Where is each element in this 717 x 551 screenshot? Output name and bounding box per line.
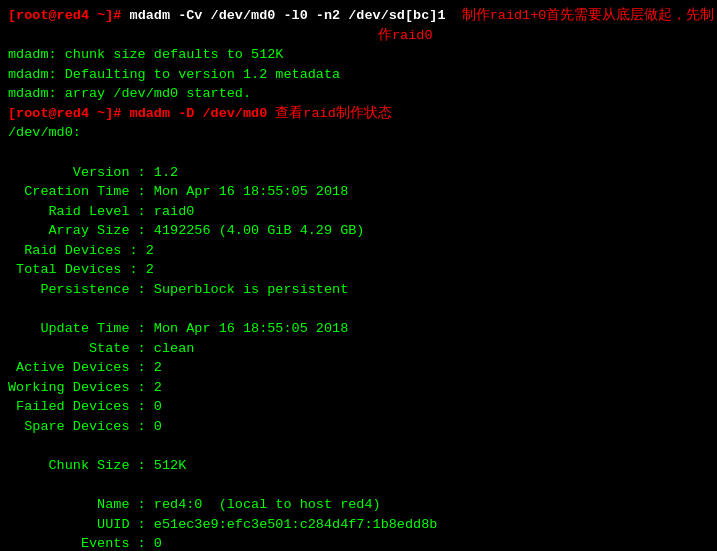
label-raid-devices: Raid Devices : xyxy=(8,241,146,261)
info-name: Name : red4:0 (local to host red4) xyxy=(8,495,709,515)
value-creation-time: Mon Apr 16 18:55:05 2018 xyxy=(154,182,348,202)
info-total-devices: Total Devices : 2 xyxy=(8,260,709,280)
label-raid-level: Raid Level : xyxy=(8,202,154,222)
info-spare-devices: Spare Devices : 0 xyxy=(8,417,709,437)
label-working-devices: Working Devices : xyxy=(8,378,154,398)
blank-3 xyxy=(8,436,709,456)
comment-1: 制作raid1+0首先需要从底层做起，先制 xyxy=(445,6,714,26)
info-chunk-size: Chunk Size : 512K xyxy=(8,456,709,476)
value-persistence: Superblock is persistent xyxy=(154,280,348,300)
label-total-devices: Total Devices : xyxy=(8,260,146,280)
info-update-time: Update Time : Mon Apr 16 18:55:05 2018 xyxy=(8,319,709,339)
info-active-devices: Active Devices : 2 xyxy=(8,358,709,378)
prompt-1: [root@red4 ~]# xyxy=(8,6,130,26)
command-line-1: [root@red4 ~]# mdadm -Cv /dev/md0 -l0 -n… xyxy=(8,6,709,26)
value-update-time: Mon Apr 16 18:55:05 2018 xyxy=(154,319,348,339)
label-persistence: Persistence : xyxy=(8,280,154,300)
output-text-1: mdadm: chunk size defaults to 512K xyxy=(8,45,283,65)
value-failed-devices: 0 xyxy=(154,397,162,417)
output-text-3: mdadm: array /dev/md0 started. xyxy=(8,84,251,104)
info-array-size: Array Size : 4192256 (4.00 GiB 4.29 GB) xyxy=(8,221,709,241)
terminal: [root@red4 ~]# mdadm -Cv /dev/md0 -l0 -n… xyxy=(0,0,717,551)
label-creation-time: Creation Time : xyxy=(8,182,154,202)
output-line-1: mdadm: chunk size defaults to 512K xyxy=(8,45,709,65)
value-chunk-size: 512K xyxy=(154,456,186,476)
value-active-devices: 2 xyxy=(154,358,162,378)
label-events: Events : xyxy=(8,534,154,551)
label-update-time: Update Time : xyxy=(8,319,154,339)
info-creation-time: Creation Time : Mon Apr 16 18:55:05 2018 xyxy=(8,182,709,202)
value-working-devices: 2 xyxy=(154,378,162,398)
label-uuid: UUID : xyxy=(8,515,154,535)
prompt-2: [root@red4 ~]# xyxy=(8,104,130,124)
value-raid-level: raid0 xyxy=(154,202,195,222)
output-line-2: mdadm: Defaulting to version 1.2 metadat… xyxy=(8,65,709,85)
info-working-devices: Working Devices : 2 xyxy=(8,378,709,398)
output-line-3: mdadm: array /dev/md0 started. xyxy=(8,84,709,104)
info-events: Events : 0 xyxy=(8,534,709,551)
value-uuid: e51ec3e9:efc3e501:c284d4f7:1b8edd8b xyxy=(154,515,438,535)
info-raid-level: Raid Level : raid0 xyxy=(8,202,709,222)
value-state: clean xyxy=(154,339,195,359)
label-chunk-size: Chunk Size : xyxy=(8,456,154,476)
label-active-devices: Active Devices : xyxy=(8,358,154,378)
label-array-size: Array Size : xyxy=(8,221,154,241)
value-events: 0 xyxy=(154,534,162,551)
value-spare-devices: 0 xyxy=(154,417,162,437)
label-failed-devices: Failed Devices : xyxy=(8,397,154,417)
cmd-2: mdadm -D /dev/md0 xyxy=(130,104,268,124)
info-persistence: Persistence : Superblock is persistent xyxy=(8,280,709,300)
value-version: 1.2 xyxy=(154,163,178,183)
blank-2 xyxy=(8,299,709,319)
dev-path: /dev/md0: xyxy=(8,123,709,143)
info-state: State : clean xyxy=(8,339,709,359)
info-failed-devices: Failed Devices : 0 xyxy=(8,397,709,417)
blank-4 xyxy=(8,476,709,496)
label-version: Version : xyxy=(8,163,154,183)
comment-cont: 作raid0 xyxy=(378,26,433,46)
info-uuid: UUID : e51ec3e9:efc3e501:c284d4f7:1b8edd… xyxy=(8,515,709,535)
cmd-1: mdadm -Cv /dev/md0 -l0 -n2 /dev/sd[bc]1 xyxy=(130,6,446,26)
value-total-devices: 2 xyxy=(146,260,154,280)
label-name: Name : xyxy=(8,495,154,515)
value-array-size: 4192256 (4.00 GiB 4.29 GB) xyxy=(154,221,365,241)
label-spare-devices: Spare Devices : xyxy=(8,417,154,437)
blank-1 xyxy=(8,143,709,163)
comment-2: 查看raid制作状态 xyxy=(267,104,392,124)
value-name: red4:0 (local to host red4) xyxy=(154,495,381,515)
comment-continuation-1: 作raid0 xyxy=(8,26,709,46)
label-state: State : xyxy=(8,339,154,359)
value-raid-devices: 2 xyxy=(146,241,154,261)
dev-path-text: /dev/md0: xyxy=(8,123,81,143)
info-raid-devices: Raid Devices : 2 xyxy=(8,241,709,261)
output-text-2: mdadm: Defaulting to version 1.2 metadat… xyxy=(8,65,340,85)
command-line-2: [root@red4 ~]# mdadm -D /dev/md0 查看raid制… xyxy=(8,104,709,124)
info-version: Version : 1.2 xyxy=(8,163,709,183)
